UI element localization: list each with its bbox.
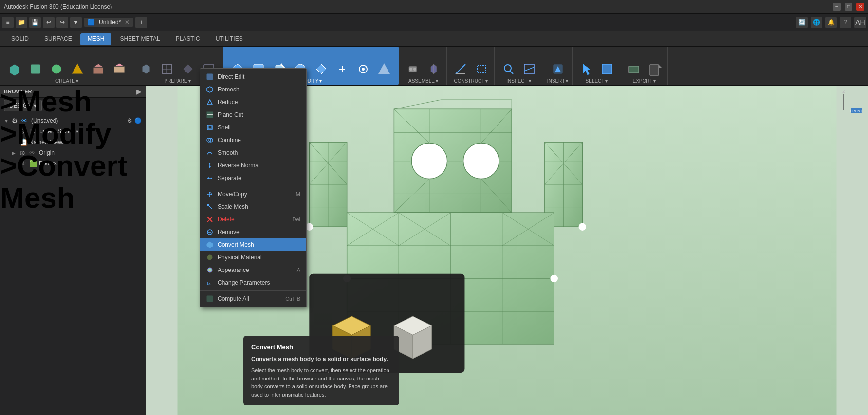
tree-visibility-icon: 🔵	[134, 117, 142, 124]
assemble-btn-2[interactable]	[424, 61, 443, 77]
menu-item-reduce[interactable]: Reduce	[200, 96, 306, 108]
tab-plastic[interactable]: PLASTIC	[168, 33, 207, 45]
minimize-button[interactable]: −	[833, 3, 841, 11]
move-copy-icon	[206, 190, 214, 198]
dropdown-icon[interactable]: ▼	[70, 17, 82, 28]
menu-item-delete[interactable]: Delete Del	[200, 213, 306, 226]
create-btn-3[interactable]	[47, 61, 66, 77]
menu-item-reverse-normal[interactable]: Reverse Normal	[200, 159, 306, 172]
menu-item-remesh[interactable]: Remesh	[200, 83, 306, 96]
prepare-label[interactable]: PREPARE ▾	[164, 78, 190, 85]
export-btn-1[interactable]	[624, 61, 644, 77]
menu-item-move-copy[interactable]: Move/Copy M	[200, 188, 306, 200]
combine-icon	[206, 136, 214, 144]
prepare-btn-3[interactable]	[178, 61, 198, 77]
menu-item-label: Scale Mesh	[218, 203, 248, 210]
tree-body-icon: 🟩	[29, 160, 37, 167]
create-icon-5	[92, 62, 105, 76]
svg-marker-45	[659, 65, 662, 68]
undo-icon[interactable]: ↩	[43, 17, 55, 28]
inspect-btn-2[interactable]	[519, 61, 539, 77]
menu-item-separate[interactable]: Separate	[200, 172, 306, 184]
svg-marker-3	[72, 63, 83, 74]
svg-text:FRONT: FRONT	[850, 109, 863, 113]
modify-btn-5[interactable]	[312, 61, 331, 77]
menu-item-smooth[interactable]: Smooth	[200, 146, 306, 159]
browser-item-origin[interactable]: ▶ ⊕ 👁 Origin	[0, 147, 146, 158]
ribbon-group-inspect: INSPECT ▾	[496, 47, 542, 85]
tab-utilities[interactable]: UTILITIES	[208, 33, 250, 45]
create-btn-1[interactable]	[5, 61, 24, 77]
create-btn-5[interactable]	[89, 61, 108, 77]
menu-item-direct-edit[interactable]: Direct Edit	[200, 71, 306, 83]
export-label[interactable]: EXPORT ▾	[633, 78, 656, 85]
tab-close-icon[interactable]: ✕	[125, 19, 129, 26]
menu-item-shell[interactable]: Shell	[200, 121, 306, 134]
menu-icon[interactable]: ≡	[2, 17, 14, 28]
menu-item-compute-all[interactable]: Compute All Ctrl+B	[200, 292, 306, 305]
modify-btn-6[interactable]	[332, 61, 352, 77]
construct-label[interactable]: CONSTRUCT ▾	[454, 78, 488, 85]
browser-item-unsaved[interactable]: ▼ ⚙ 👁 (Unsaved) ⚙ 🔵	[0, 115, 146, 126]
assemble-btn-1[interactable]	[403, 61, 423, 77]
svg-rect-4	[93, 67, 103, 74]
inspect-btn-1[interactable]	[499, 61, 518, 77]
account-icon[interactable]: AH	[854, 17, 866, 28]
create-btn-4[interactable]	[68, 61, 87, 77]
new-tab-button[interactable]: +	[135, 17, 147, 28]
export-dropdown-arrow: ▾	[653, 78, 656, 84]
export-btn-2[interactable]	[645, 61, 665, 77]
construct-btn-2[interactable]	[472, 61, 491, 77]
help-icon[interactable]: ?	[840, 17, 851, 28]
insert-btn-1[interactable]	[548, 61, 568, 77]
browser-icon[interactable]: 🌐	[811, 17, 822, 28]
prepare-dropdown-arrow: ▾	[188, 78, 191, 84]
select-label[interactable]: SELECT ▾	[586, 78, 608, 85]
redo-icon[interactable]: ↪	[56, 17, 68, 28]
svg-marker-8	[142, 64, 150, 74]
tree-arrow-icon: ▼	[4, 118, 10, 124]
tab-surface[interactable]: SURFACE	[37, 33, 79, 45]
prepare-btn-2[interactable]	[157, 61, 177, 77]
menu-item-change-params[interactable]: fx Change Parameters	[200, 276, 306, 289]
design-button[interactable]: DESIGN ▾	[4, 100, 42, 111]
maximize-button[interactable]: □	[845, 3, 852, 11]
open-icon[interactable]: 📁	[16, 17, 27, 28]
tab-solid[interactable]: SOLID	[4, 33, 36, 45]
create-btn-6[interactable]	[110, 61, 129, 77]
prepare-btn-1[interactable]	[136, 61, 156, 77]
save-icon[interactable]: 💾	[29, 17, 41, 28]
menu-item-combine[interactable]: Combine	[200, 134, 306, 146]
inspect-label[interactable]: INSPECT ▾	[506, 78, 531, 85]
close-button[interactable]: ✕	[856, 3, 864, 11]
menu-item-scale-mesh[interactable]: Scale Mesh	[200, 200, 306, 213]
svg-marker-0	[10, 64, 19, 76]
tree-icon-doc: ⚙	[19, 127, 27, 135]
file-tab[interactable]: 🟦 Untitled* ✕	[84, 18, 133, 27]
create-btn-2[interactable]	[26, 61, 45, 77]
menu-item-remove[interactable]: Remove	[200, 226, 306, 238]
modify-btn-7[interactable]	[353, 61, 373, 77]
browser-item-doc-settings[interactable]: ▶ ⚙ Document Settings	[0, 126, 146, 137]
browser-item-named-views[interactable]: ▶ 📋 Named Views	[0, 137, 146, 147]
assemble-label[interactable]: ASSEMBLE ▾	[408, 78, 438, 85]
tab-mesh[interactable]: MESH	[80, 33, 112, 45]
inspect-icons	[499, 61, 539, 77]
select-btn-1[interactable]	[576, 61, 596, 77]
insert-label[interactable]: INSERT ▾	[547, 78, 569, 85]
menu-item-convert-mesh[interactable]: Convert Mesh ⋯	[200, 238, 306, 251]
menu-item-plane-cut[interactable]: Plane Cut	[200, 108, 306, 121]
bell-icon[interactable]: 🔔	[825, 17, 837, 28]
construct-btn-1[interactable]	[451, 61, 470, 77]
browser-item-bodies[interactable]: ▶ 👁 🟩 Bodies	[0, 158, 146, 169]
create-label[interactable]: CREATE ▾	[55, 78, 78, 85]
select-btn-2[interactable]	[597, 61, 617, 77]
browser-expand-icon[interactable]: ▶	[136, 88, 142, 95]
menu-item-physical-material[interactable]: Physical Material	[200, 251, 306, 264]
refresh-icon[interactable]: 🔄	[796, 17, 808, 28]
view-gizmo[interactable]: FRONT Z	[824, 90, 863, 129]
tree-arrow-doc: ▶	[12, 129, 18, 134]
modify-btn-8[interactable]	[374, 61, 394, 77]
tab-sheet-metal[interactable]: SHEET METAL	[112, 33, 167, 45]
menu-item-appearance[interactable]: Appearance A	[200, 264, 306, 276]
